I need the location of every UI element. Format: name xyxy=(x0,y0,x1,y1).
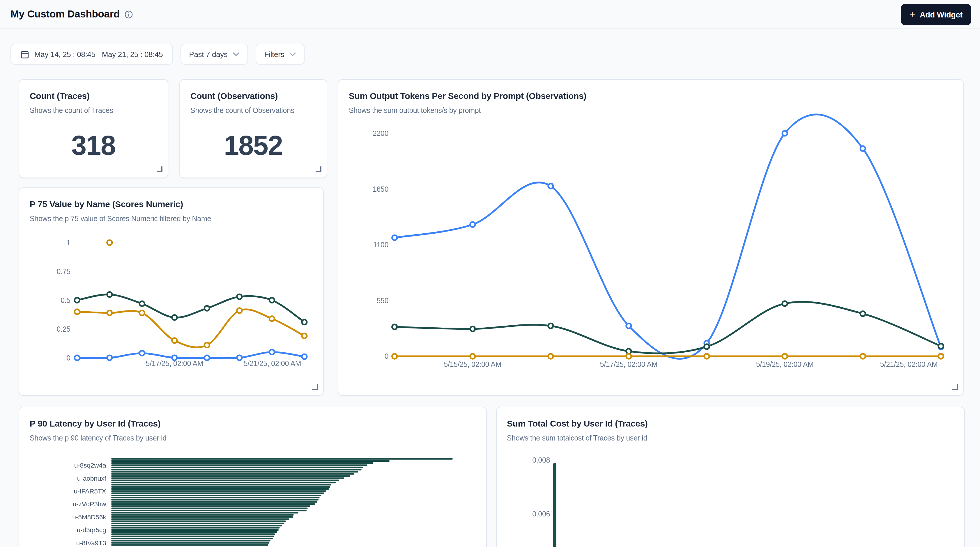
big-number-value: 1852 xyxy=(180,129,326,161)
svg-text:u-aobnuxf: u-aobnuxf xyxy=(77,474,107,482)
widget-tokens-per-second: Sum Output Tokens Per Second by Prompt (… xyxy=(338,79,964,396)
svg-text:5/17/25, 02:00 AM: 5/17/25, 02:00 AM xyxy=(600,360,658,368)
big-number-value: 318 xyxy=(19,129,167,161)
range-preset-value: Past 7 days xyxy=(189,50,228,59)
svg-text:1650: 1650 xyxy=(373,185,388,193)
info-icon[interactable] xyxy=(124,10,132,18)
filter-toolbar: May 14, 25 : 08:45 - May 21, 25 : 08:45 … xyxy=(11,44,305,65)
resize-handle-icon[interactable] xyxy=(156,166,162,172)
widget-subtitle: Shows the count of Observations xyxy=(191,106,316,115)
svg-text:1: 1 xyxy=(66,239,70,247)
widget-subtitle: Shows the count of Traces xyxy=(30,106,157,115)
svg-text:u-5M8D56k: u-5M8D56k xyxy=(72,513,106,521)
svg-text:0.5: 0.5 xyxy=(60,296,70,304)
filters-button[interactable]: Filters xyxy=(256,44,305,65)
svg-text:5/21/25, 02:00 AM: 5/21/25, 02:00 AM xyxy=(244,359,301,368)
svg-text:5/19/25, 02:00 AM: 5/19/25, 02:00 AM xyxy=(756,360,814,368)
svg-text:5/21/25, 02:00 AM: 5/21/25, 02:00 AM xyxy=(880,360,938,368)
svg-text:0.006: 0.006 xyxy=(532,510,550,518)
page-title: My Custom Dashboard xyxy=(11,8,120,21)
date-range-value: May 14, 25 : 08:45 - May 21, 25 : 08:45 xyxy=(34,50,163,59)
plus-icon: + xyxy=(909,9,915,19)
svg-text:0.008: 0.008 xyxy=(532,456,550,464)
widget-count-observations: Count (Observations) Shows the count of … xyxy=(179,79,327,178)
chevron-down-icon xyxy=(233,52,239,56)
p90-bar-chart: u-8sq2w4au-aobnuxfu-tFAR5TXu-zVqP3hwu-5M… xyxy=(19,407,486,547)
svg-text:0: 0 xyxy=(385,352,389,360)
calendar-icon xyxy=(21,50,29,59)
svg-text:5/15/25, 02:00 AM: 5/15/25, 02:00 AM xyxy=(444,360,501,368)
svg-text:u-zVqP3hw: u-zVqP3hw xyxy=(73,500,107,508)
svg-text:550: 550 xyxy=(377,296,389,304)
chevron-down-icon xyxy=(290,52,296,56)
svg-text:2200: 2200 xyxy=(373,129,388,137)
widget-title: Count (Observations) xyxy=(191,91,316,101)
widget-count-traces: Count (Traces) Shows the count of Traces… xyxy=(19,79,168,178)
page-header: My Custom Dashboard + Add Widget xyxy=(0,0,980,29)
tokens-line-chart: 22001650110055005/15/25, 02:00 AM5/17/25… xyxy=(338,80,963,395)
add-widget-button[interactable]: + Add Widget xyxy=(900,4,971,25)
range-preset-select[interactable]: Past 7 days xyxy=(180,44,248,65)
svg-text:u-d3qr5cg: u-d3qr5cg xyxy=(77,526,106,534)
resize-handle-icon[interactable] xyxy=(315,166,321,172)
svg-text:1100: 1100 xyxy=(373,241,389,249)
resize-handle-icon[interactable] xyxy=(312,384,318,390)
widget-title: Count (Traces) xyxy=(30,91,157,101)
svg-text:0: 0 xyxy=(66,354,70,362)
resize-handle-icon[interactable] xyxy=(952,384,958,390)
p75-line-chart: 10.750.50.2505/17/25, 02:00 AM5/21/25, 0… xyxy=(19,188,323,395)
cost-bar-chart: 0.0080.006 xyxy=(496,407,964,547)
dashboard-page: My Custom Dashboard + Add Widget xyxy=(0,0,980,547)
svg-text:u-8sq2w4a: u-8sq2w4a xyxy=(74,461,106,469)
widget-p90-latency-by-user: P 90 Latency by User Id (Traces) Shows t… xyxy=(19,407,487,547)
filters-label: Filters xyxy=(264,50,285,59)
add-widget-label: Add Widget xyxy=(920,10,963,19)
svg-text:u-tFAR5TX: u-tFAR5TX xyxy=(74,487,106,495)
svg-text:0.25: 0.25 xyxy=(57,325,70,333)
widget-p75-value-by-name: P 75 Value by Name (Scores Numeric) Show… xyxy=(19,187,323,396)
widget-total-cost-by-user: Sum Total Cost by User Id (Traces) Shows… xyxy=(496,407,964,547)
svg-text:u-8fVa9T3: u-8fVa9T3 xyxy=(76,539,106,547)
date-range-picker[interactable]: May 14, 25 : 08:45 - May 21, 25 : 08:45 xyxy=(11,44,173,65)
svg-text:0.75: 0.75 xyxy=(57,267,70,276)
